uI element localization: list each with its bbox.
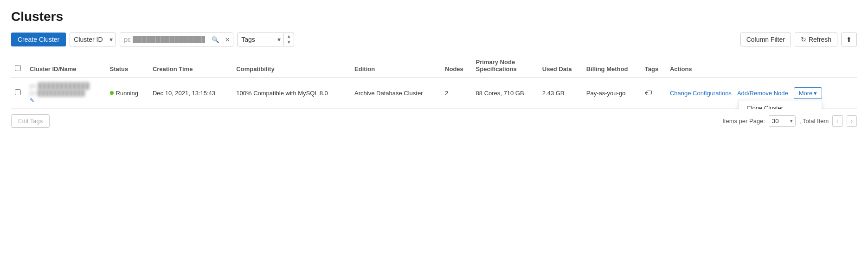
status-label: Running (116, 90, 138, 97)
refresh-label: Refresh (809, 36, 831, 43)
pagination-select-wrap: 30 50 100 ▾ (769, 115, 796, 127)
next-page-button[interactable]: › (847, 115, 857, 127)
toolbar: Create Cluster Cluster ID ▾ 🔍 ✕ Tags ▾ ▲… (11, 33, 857, 46)
cluster-name: pc-████████████ (30, 90, 85, 96)
header-used-data: Used Data (539, 54, 583, 78)
compatibility-cell: 100% Compatible with MySQL 8.0 (232, 78, 351, 109)
edit-cluster-icon[interactable]: ✎ (30, 97, 34, 104)
actions-cell-inner: Change Configurations Add/Remove Node Mo… (670, 87, 853, 99)
cluster-id-cell: pc-████████████ pc-████████████ ✎ (26, 78, 106, 109)
pagination-select-arrow-icon: ▾ (788, 118, 795, 124)
header-checkbox-cell (11, 54, 26, 78)
table-row: pc-████████████ pc-████████████ ✎ Runnin… (11, 78, 857, 109)
header-edition: Edition (351, 54, 441, 78)
export-button[interactable]: ⬆ (841, 33, 857, 46)
tags-select-arrow-icon: ▾ (275, 36, 283, 43)
nodes-value: 2 (445, 90, 448, 97)
create-cluster-button[interactable]: Create Cluster (11, 33, 66, 46)
change-configurations-link[interactable]: Change Configurations (670, 90, 732, 97)
header-tags: Tags (641, 54, 666, 78)
status-running: Running (110, 90, 145, 97)
add-remove-node-link[interactable]: Add/Remove Node (737, 90, 788, 97)
toolbar-right: Column Filter ↻ Refresh ⬆ (740, 33, 857, 46)
header-cluster-id: Cluster ID/Name (26, 54, 106, 78)
page-title: Clusters (11, 9, 857, 24)
compatibility-value: 100% Compatible with MySQL 8.0 (236, 90, 328, 97)
edition-cell: Archive Database Cluster (351, 78, 441, 109)
items-per-page-label: Items per Page: (722, 118, 765, 125)
tag-icon: 🏷 (645, 89, 652, 97)
search-icon-button[interactable]: 🔍 (209, 36, 222, 43)
search-input[interactable] (120, 33, 209, 46)
filter-select-wrap: Cluster ID ▾ (70, 33, 116, 46)
row-checkbox[interactable] (15, 89, 21, 95)
nodes-cell: 2 (441, 78, 472, 109)
bottom-bar: Edit Tags Items per Page: 30 50 100 ▾ , … (11, 114, 857, 128)
more-chevron-icon: ▾ (814, 90, 817, 97)
cluster-id-link[interactable]: pc-████████████ (30, 82, 90, 89)
header-status: Status (106, 54, 149, 78)
status-dot-icon (110, 91, 114, 95)
billing-method-cell: Pay-as-you-go (583, 78, 641, 109)
pagination-select[interactable]: 30 50 100 (769, 116, 788, 126)
edition-value: Archive Database Cluster (354, 90, 423, 97)
more-label: More (799, 90, 813, 97)
cluster-id-filter-select[interactable]: Cluster ID (70, 33, 107, 46)
search-wrap: 🔍 ✕ (120, 33, 233, 46)
header-actions: Actions (666, 54, 857, 78)
primary-node-spec-cell: 88 Cores, 710 GB (472, 78, 539, 109)
clear-search-button[interactable]: ✕ (222, 36, 233, 43)
more-dropdown-menu: Clone Cluster Restore to New Cluster Swi… (739, 100, 822, 109)
table-header-row: Cluster ID/Name Status Creation Time Com… (11, 54, 857, 78)
more-dropdown-wrap: More ▾ Clone Cluster Restore to New Clus… (794, 87, 823, 99)
refresh-icon: ↻ (801, 36, 806, 43)
filter-select-arrow-icon: ▾ (107, 36, 116, 43)
clusters-table: Cluster ID/Name Status Creation Time Com… (11, 54, 857, 109)
clone-cluster-item[interactable]: Clone Cluster (739, 100, 822, 109)
billing-method-value: Pay-as-you-go (586, 90, 626, 97)
total-items-label: , Total Item (799, 118, 829, 125)
header-nodes: Nodes (441, 54, 472, 78)
more-button[interactable]: More ▾ (794, 87, 823, 99)
tags-arrows: ▲ ▼ (283, 33, 294, 46)
creation-time-value: Dec 10, 2021, 13:15:43 (153, 90, 215, 97)
pagination: Items per Page: 30 50 100 ▾ , Total Item… (722, 115, 857, 127)
select-all-checkbox[interactable] (15, 65, 21, 71)
status-cell: Running (106, 78, 149, 109)
prev-page-button[interactable]: ‹ (832, 115, 842, 127)
used-data-value: 2.43 GB (542, 90, 565, 97)
tags-filter-select[interactable]: Tags (238, 33, 275, 46)
table-wrap: Cluster ID/Name Status Creation Time Com… (11, 54, 857, 109)
edit-tags-button[interactable]: Edit Tags (11, 114, 50, 128)
tags-cell: 🏷 (641, 78, 666, 109)
tags-arrow-up[interactable]: ▲ (286, 33, 292, 39)
column-filter-button[interactable]: Column Filter (740, 33, 791, 46)
row-checkbox-cell (11, 78, 26, 109)
used-data-cell: 2.43 GB (539, 78, 583, 109)
primary-node-spec-value: 88 Cores, 710 GB (476, 90, 524, 97)
header-billing-method: Billing Method (583, 54, 641, 78)
creation-time-cell: Dec 10, 2021, 13:15:43 (149, 78, 232, 109)
refresh-button[interactable]: ↻ Refresh (795, 33, 837, 46)
header-creation-time: Creation Time (149, 54, 232, 78)
actions-cell: Change Configurations Add/Remove Node Mo… (666, 78, 857, 109)
header-compatibility: Compatibility (232, 54, 351, 78)
header-primary-node-spec: Primary NodeSpecifications (472, 54, 539, 78)
tags-arrow-down[interactable]: ▼ (286, 39, 292, 46)
tags-select-wrap: Tags ▾ ▲ ▼ (237, 33, 294, 46)
